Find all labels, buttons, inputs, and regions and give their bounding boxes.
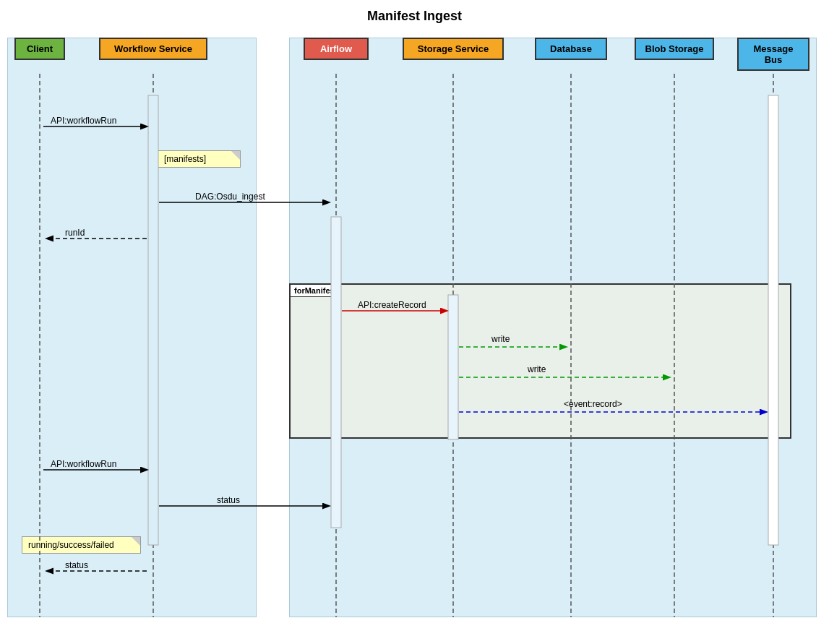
participant-workflow: Workflow Service <box>99 38 207 60</box>
label-runid: runId <box>65 228 85 238</box>
sequence-diagram: Manifest Ingest Client Workflow Service … <box>0 0 829 644</box>
note-manifests: [manifests] <box>158 150 241 168</box>
participant-storage: Storage Service <box>403 38 504 60</box>
label-status-1: status <box>217 495 240 505</box>
participant-client: Client <box>14 38 65 60</box>
left-section-band <box>7 38 257 617</box>
label-write-2: write <box>528 364 546 374</box>
label-write-1: write <box>491 334 510 344</box>
label-api-workflowrun-1: API:workflowRun <box>51 116 116 126</box>
label-status-2: status <box>65 560 88 570</box>
label-dag-osdu: DAG:Osdu_ingest <box>195 192 265 202</box>
participant-database: Database <box>535 38 607 60</box>
participant-airflow: Airflow <box>304 38 369 60</box>
label-api-workflowrun-2: API:workflowRun <box>51 459 116 469</box>
label-event-record: <event:record> <box>564 399 622 409</box>
label-api-createrecord: API:createRecord <box>358 300 426 310</box>
participant-blob: Blob Storage <box>635 38 714 60</box>
participant-msgbus: Message Bus <box>737 38 809 71</box>
note-status: running/success/failed <box>22 536 141 554</box>
diagram-title: Manifest Ingest <box>0 9 829 24</box>
